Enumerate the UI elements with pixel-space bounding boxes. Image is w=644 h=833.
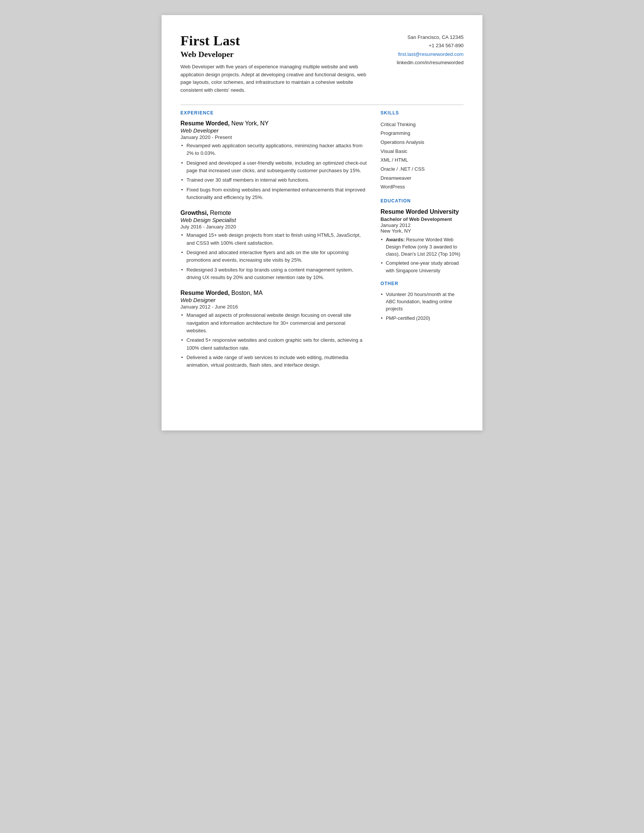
other-item-0: Volunteer 20 hours/month at the ABC foun… — [381, 291, 464, 313]
skill-4: XML / HTML — [381, 156, 464, 165]
exp-role-1: Web Developer — [180, 128, 367, 133]
skills-section: SKILLS Critical Thinking Programming Ope… — [381, 110, 464, 191]
skill-6: Dreamweaver — [381, 174, 464, 183]
exp-role-2: Web Design Specialist — [180, 217, 367, 223]
other-bullets: Volunteer 20 hours/month at the ABC foun… — [381, 291, 464, 322]
skill-3: Visual Basic — [381, 147, 464, 156]
exp-role-3: Web Designer — [180, 297, 367, 303]
contact-address: San Francisco, CA 12345 — [397, 33, 464, 42]
skill-7: WordPress — [381, 182, 464, 191]
experience-section-label: EXPERIENCE — [180, 110, 367, 116]
exp-bullet-2-1: Designed and allocated interactive flyer… — [180, 249, 367, 264]
other-section: OTHER Volunteer 20 hours/month at the AB… — [381, 281, 464, 322]
exp-bullets-1: Revamped web application security applic… — [180, 142, 367, 201]
skills-list: Critical Thinking Programming Operations… — [381, 120, 464, 191]
applicant-summary: Web Developer with five years of experie… — [180, 63, 377, 94]
header-left: First Last Web Developer Web Developer w… — [180, 33, 377, 94]
resume-header: First Last Web Developer Web Developer w… — [180, 33, 464, 94]
other-section-label: OTHER — [381, 281, 464, 286]
exp-block-3: Resume Worded, Boston, MA Web Designer J… — [180, 289, 367, 369]
edu-location-1: New York, NY — [381, 228, 464, 234]
education-section-label: EDUCATION — [381, 198, 464, 204]
other-item-1: PMP-certified (2020) — [381, 315, 464, 322]
skills-section-label: SKILLS — [381, 110, 464, 116]
resume-page: First Last Web Developer Web Developer w… — [162, 15, 482, 431]
contact-linkedin: linkedin.com/in/resumeworded — [397, 58, 464, 67]
exp-bullet-3-0: Managed all aspects of professional webs… — [180, 312, 367, 334]
applicant-name: First Last — [180, 33, 377, 48]
exp-bullet-1-3: Fixed bugs from existing websites and im… — [180, 186, 367, 202]
exp-bullets-3: Managed all aspects of professional webs… — [180, 312, 367, 369]
edu-bullets-1: Awards: Resume Worded Web Design Fellow … — [381, 236, 464, 274]
exp-block-1: Resume Worded, New York, NY Web Develope… — [180, 120, 367, 201]
edu-bullet-1-1: Completed one-year study abroad with Sin… — [381, 259, 464, 274]
edu-school-1: Resume Worded University — [381, 208, 464, 215]
exp-bullets-2: Managed 15+ web design projects from sta… — [180, 232, 367, 281]
exp-bullet-1-2: Trained over 30 staff members in interna… — [180, 176, 367, 184]
exp-bullet-2-0: Managed 15+ web design projects from sta… — [180, 232, 367, 247]
exp-bullet-1-1: Designed and developed a user-friendly w… — [180, 159, 367, 175]
exp-block-2: Growthsi, Remote Web Design Specialist J… — [180, 209, 367, 281]
exp-bullet-3-1: Created 5+ responsive websites and custo… — [180, 336, 367, 352]
exp-dates-2: July 2016 - January 2020 — [180, 224, 367, 230]
exp-bullet-3-2: Delivered a wide range of web services t… — [180, 354, 367, 369]
skill-1: Programming — [381, 129, 464, 138]
exp-company-1: Resume Worded, New York, NY — [180, 120, 367, 127]
contact-email[interactable]: first.last@resumeworded.com — [397, 50, 464, 58]
left-column: EXPERIENCE Resume Worded, New York, NY W… — [180, 110, 367, 378]
exp-bullet-2-2: Redesigned 3 websites for top brands usi… — [180, 266, 367, 282]
right-column: SKILLS Critical Thinking Programming Ope… — [381, 110, 464, 378]
skill-2: Operations Analysis — [381, 138, 464, 147]
header-contact: San Francisco, CA 12345 +1 234 567-890 f… — [397, 33, 464, 67]
contact-phone: +1 234 567-890 — [397, 42, 464, 50]
applicant-title: Web Developer — [180, 50, 377, 59]
edu-block-1: Resume Worded University Bachelor of Web… — [381, 208, 464, 274]
edu-bullet-1-0: Awards: Resume Worded Web Design Fellow … — [381, 236, 464, 258]
skill-0: Critical Thinking — [381, 120, 464, 129]
edu-date-1: January 2012 — [381, 222, 464, 228]
exp-dates-1: January 2020 - Present — [180, 134, 367, 140]
resume-body: EXPERIENCE Resume Worded, New York, NY W… — [180, 110, 464, 378]
exp-company-3: Resume Worded, Boston, MA — [180, 289, 367, 296]
exp-company-2: Growthsi, Remote — [180, 209, 367, 216]
header-divider — [180, 105, 464, 105]
education-section: EDUCATION Resume Worded University Bache… — [381, 198, 464, 274]
edu-degree-1: Bachelor of Web Development — [381, 216, 464, 222]
exp-bullet-1-0: Revamped web application security applic… — [180, 142, 367, 158]
exp-dates-3: January 2012 - June 2016 — [180, 304, 367, 310]
skill-5: Oracle / .NET / CSS — [381, 165, 464, 174]
